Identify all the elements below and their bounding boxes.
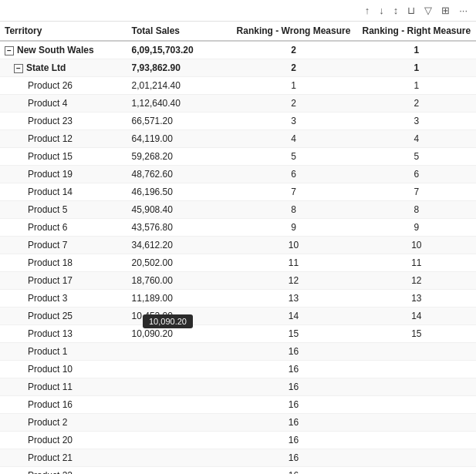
cell-right-rank xyxy=(357,378,476,396)
table-row: Product 1718,760.001212 xyxy=(0,272,476,290)
cell-total-sales xyxy=(127,361,231,378)
cell-territory: Product 17 xyxy=(0,272,127,290)
cell-right-rank: 9 xyxy=(357,219,476,237)
col-wrong-measure[interactable]: Ranking - Wrong Measure xyxy=(230,22,357,41)
cell-territory: −New South Wales xyxy=(0,41,127,59)
col-territory[interactable]: Territory xyxy=(0,22,127,41)
cell-wrong-rank: 16 xyxy=(230,378,357,396)
cell-total-sales: 10,090.20 xyxy=(127,325,231,343)
sort-desc-icon[interactable]: ↓ xyxy=(376,3,387,18)
cell-territory: Product 19 xyxy=(0,166,127,183)
table-row: Product 2510,452.001414 xyxy=(0,308,476,325)
cell-territory: Product 6 xyxy=(0,219,127,237)
table-row: Product 116 xyxy=(0,343,476,361)
cell-total-sales: 6,09,15,703.20 xyxy=(127,41,231,59)
table-row: Product 1310,090.201515 xyxy=(0,325,476,343)
table-row: −State Ltd7,93,862.9021 xyxy=(0,59,476,77)
cell-right-rank xyxy=(357,343,476,361)
expand-collapse-icon[interactable]: − xyxy=(5,46,14,55)
toolbar: ↑ ↓ ↕ ⊔ ▽ ⊞ ··· xyxy=(0,0,476,22)
table-row: Product 1446,196.5077 xyxy=(0,183,476,201)
cell-right-rank xyxy=(357,467,476,475)
cell-territory: Product 15 xyxy=(0,148,127,166)
cell-right-rank: 8 xyxy=(357,201,476,219)
cell-total-sales xyxy=(127,467,231,475)
cell-total-sales: 7,93,862.90 xyxy=(127,59,231,77)
cell-wrong-rank: 9 xyxy=(230,219,357,237)
cell-territory: Product 20 xyxy=(0,432,127,449)
cell-total-sales: 20,502.00 xyxy=(127,254,231,272)
col-total-sales[interactable]: Total Sales xyxy=(127,22,231,41)
cell-territory: Product 10 xyxy=(0,361,127,378)
cell-total-sales: 43,576.80 xyxy=(127,219,231,237)
cell-total-sales: 18,760.00 xyxy=(127,272,231,290)
cell-right-rank: 11 xyxy=(357,254,476,272)
table-row: Product 2116 xyxy=(0,449,476,467)
cell-total-sales xyxy=(127,432,231,449)
cell-wrong-rank: 2 xyxy=(230,95,357,113)
table-row: −New South Wales6,09,15,703.2021 xyxy=(0,41,476,59)
cell-wrong-rank: 16 xyxy=(230,467,357,475)
cell-total-sales xyxy=(127,396,231,414)
cell-right-rank: 6 xyxy=(357,166,476,183)
sort-asc-icon[interactable]: ↑ xyxy=(363,3,373,18)
table-row: Product 262,01,214.4011 xyxy=(0,77,476,95)
cell-wrong-rank: 3 xyxy=(230,113,357,130)
cell-right-rank: 4 xyxy=(357,130,476,148)
more-options-icon[interactable]: ··· xyxy=(457,3,470,18)
cell-total-sales: 11,189.00 xyxy=(127,290,231,308)
cell-territory: Product 11 xyxy=(0,378,127,396)
table-row: Product 1559,268.2055 xyxy=(0,148,476,166)
cell-wrong-rank: 2 xyxy=(230,59,357,77)
cell-total-sales: 2,01,214.40 xyxy=(127,77,231,95)
cell-territory: Product 5 xyxy=(0,201,127,219)
cell-right-rank: 3 xyxy=(357,113,476,130)
cell-wrong-rank: 13 xyxy=(230,290,357,308)
cell-territory: Product 4 xyxy=(0,95,127,113)
cell-wrong-rank: 15 xyxy=(230,325,357,343)
cell-right-rank xyxy=(357,414,476,432)
expand-collapse-icon[interactable]: − xyxy=(14,64,23,73)
cell-territory: Product 2 xyxy=(0,414,127,432)
table-row: Product 1116 xyxy=(0,378,476,396)
cell-right-rank: 12 xyxy=(357,272,476,290)
cell-right-rank: 1 xyxy=(357,59,476,77)
cell-right-rank xyxy=(357,432,476,449)
table-row: Product 2366,571.2033 xyxy=(0,113,476,130)
table-row: Product 1264,119.0044 xyxy=(0,130,476,148)
cell-wrong-rank: 11 xyxy=(230,254,357,272)
cell-total-sales: 46,196.50 xyxy=(127,183,231,201)
cell-right-rank: 14 xyxy=(357,308,476,325)
table-row: Product 643,576.8099 xyxy=(0,219,476,237)
cell-total-sales: 64,119.00 xyxy=(127,130,231,148)
cell-territory: Product 12 xyxy=(0,130,127,148)
filter-icon[interactable]: ▽ xyxy=(422,3,434,18)
cell-total-sales: 10,452.00 xyxy=(127,308,231,325)
cell-wrong-rank: 14 xyxy=(230,308,357,325)
cell-wrong-rank: 4 xyxy=(230,130,357,148)
cell-total-sales: 59,268.20 xyxy=(127,148,231,166)
cell-territory: Product 23 xyxy=(0,113,127,130)
cell-right-rank: 7 xyxy=(357,183,476,201)
grid-icon[interactable]: ⊞ xyxy=(439,3,452,18)
cell-wrong-rank: 12 xyxy=(230,272,357,290)
cell-right-rank: 5 xyxy=(357,148,476,166)
cell-territory: −State Ltd xyxy=(0,59,127,77)
col-right-measure[interactable]: Ranking - Right Measure xyxy=(357,22,476,41)
cell-territory: Product 18 xyxy=(0,254,127,272)
expand-icon[interactable]: ⊔ xyxy=(405,3,417,18)
cell-right-rank: 1 xyxy=(357,77,476,95)
cell-territory: Product 22 xyxy=(0,467,127,475)
cell-wrong-rank: 10 xyxy=(230,237,357,254)
table-row: Product 1016 xyxy=(0,361,476,378)
cell-wrong-rank: 16 xyxy=(230,361,357,378)
sort-both-icon[interactable]: ↕ xyxy=(391,3,401,18)
table-row: Product 734,612.201010 xyxy=(0,237,476,254)
cell-total-sales xyxy=(127,343,231,361)
cell-territory: Product 13 xyxy=(0,325,127,343)
cell-wrong-rank: 16 xyxy=(230,343,357,361)
cell-territory: Product 16 xyxy=(0,396,127,414)
cell-wrong-rank: 7 xyxy=(230,183,357,201)
table-row: Product 2016 xyxy=(0,432,476,449)
cell-wrong-rank: 16 xyxy=(230,414,357,432)
